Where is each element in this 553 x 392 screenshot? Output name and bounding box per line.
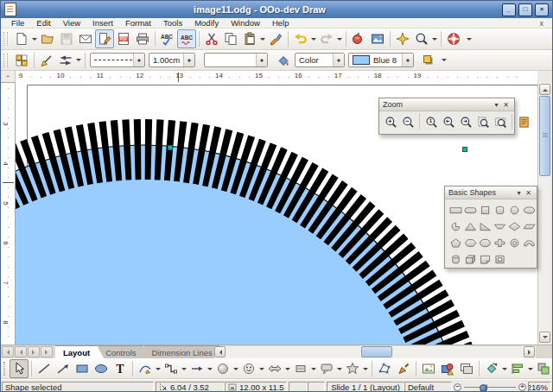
clone-formatting-icon[interactable] — [266, 29, 285, 48]
basic-shapes-tool-icon[interactable] — [213, 359, 232, 378]
horizontal-scrollbar[interactable] — [214, 346, 536, 358]
toolbar-grip[interactable] — [3, 32, 8, 46]
shadow-icon[interactable] — [419, 51, 438, 70]
scroll-left-icon[interactable] — [214, 346, 226, 357]
line-color-select[interactable] — [204, 53, 268, 67]
selection-handle[interactable] — [463, 148, 467, 152]
shape-ellipse[interactable] — [522, 202, 537, 218]
basic-shapes-dropdown[interactable] — [232, 360, 239, 377]
last-page-icon[interactable] — [41, 346, 53, 357]
fill-color-select[interactable]: Blue 8 — [348, 53, 414, 67]
menu-window[interactable]: Window — [225, 18, 266, 28]
flowchart-tool-icon[interactable] — [291, 359, 310, 378]
save-icon[interactable] — [57, 29, 76, 48]
menu-edit[interactable]: Edit — [30, 18, 56, 28]
menu-help[interactable]: Help — [266, 18, 296, 28]
scroll-down-icon[interactable] — [539, 332, 550, 343]
navigator-icon[interactable] — [393, 29, 412, 48]
line-width-input[interactable]: 1.00cm — [149, 53, 195, 67]
scroll-up-icon[interactable] — [539, 84, 550, 95]
toolbar-grip[interactable] — [3, 362, 5, 376]
palette-close-icon[interactable]: ✕ — [501, 101, 511, 109]
menu-insert[interactable]: Insert — [86, 18, 119, 28]
minimize-button[interactable]: _ — [502, 3, 516, 16]
palette-menu-icon[interactable]: ▾ — [492, 101, 501, 109]
area-dialog-icon[interactable] — [274, 51, 293, 70]
shape-block-arc[interactable] — [522, 235, 537, 251]
stars-dropdown[interactable] — [362, 360, 369, 377]
menu-file[interactable]: File — [5, 18, 30, 28]
picture-icon[interactable] — [368, 29, 387, 48]
shape-circle-pie[interactable] — [448, 218, 463, 235]
shape-folded-corner[interactable] — [478, 251, 493, 268]
shape-isosceles-triangle[interactable] — [463, 218, 478, 235]
menu-modify[interactable]: Modify — [188, 18, 225, 28]
insert-frame-icon[interactable] — [457, 359, 476, 378]
line-tool-icon[interactable] — [35, 359, 54, 378]
shape-cube[interactable] — [463, 251, 478, 268]
cut-icon[interactable] — [202, 29, 221, 48]
shape-cylinder[interactable] — [448, 251, 463, 268]
callouts-tool-icon[interactable] — [317, 359, 336, 378]
menu-format[interactable]: Format — [119, 18, 157, 28]
tab-controls[interactable]: Controls — [98, 345, 149, 358]
shape-hexagon[interactable] — [463, 235, 478, 251]
previous-page-icon[interactable] — [15, 346, 27, 357]
symbol-shapes-dropdown[interactable] — [258, 360, 265, 377]
edit-points-icon[interactable] — [375, 359, 394, 378]
basic-shapes-palette-titlebar[interactable]: Basic Shapes ▾ ✕ — [445, 187, 537, 199]
rotate-tool-icon[interactable] — [482, 359, 501, 378]
shape-right-triangle[interactable] — [478, 218, 493, 235]
connector-tool-icon[interactable] — [162, 359, 181, 378]
document-close-icon[interactable]: x — [540, 19, 544, 28]
zoom-page-width-icon[interactable] — [492, 113, 509, 130]
undo-dropdown[interactable] — [310, 30, 317, 47]
redo-dropdown[interactable] — [336, 30, 343, 47]
toolbar-overflow[interactable] — [465, 30, 474, 47]
zoom-in-icon[interactable] — [382, 113, 399, 130]
selection-handle[interactable] — [168, 146, 173, 150]
zoom-out-button[interactable]: − — [454, 383, 461, 391]
palette-menu-icon[interactable]: ▾ — [514, 189, 524, 197]
glue-points-icon[interactable] — [394, 359, 413, 378]
open-icon[interactable] — [38, 29, 57, 48]
curve-dropdown[interactable] — [155, 360, 162, 377]
toolbar-overflow[interactable] — [440, 52, 448, 69]
zoom-in-button[interactable]: + — [518, 383, 526, 391]
shape-frame[interactable] — [493, 251, 507, 268]
menu-tools[interactable]: Tools — [157, 18, 188, 28]
edit-file-icon[interactable] — [95, 29, 114, 48]
paste-icon[interactable] — [240, 29, 259, 48]
lines-arrows-tool-icon[interactable] — [188, 359, 207, 378]
spellcheck-icon[interactable]: ABC — [158, 29, 177, 48]
zoom-previous-icon[interactable] — [440, 113, 457, 130]
email-icon[interactable] — [76, 29, 95, 48]
shape-cross[interactable] — [493, 235, 507, 251]
arrange-tool-icon[interactable] — [534, 359, 553, 378]
paste-dropdown[interactable] — [259, 30, 266, 47]
menu-view[interactable]: View — [57, 18, 86, 28]
zoom-100-icon[interactable]: 1 — [423, 113, 440, 130]
block-arrows-dropdown[interactable] — [284, 360, 291, 377]
line-style-select[interactable] — [90, 53, 145, 67]
first-page-icon[interactable] — [2, 346, 14, 357]
insert-picture-icon[interactable] — [419, 359, 438, 378]
text-tool-icon[interactable]: T — [111, 359, 130, 378]
connector-dropdown[interactable] — [181, 360, 188, 377]
callouts-dropdown[interactable] — [336, 360, 343, 377]
flowchart-dropdown[interactable] — [310, 360, 317, 377]
zoom-slider[interactable]: − + — [454, 382, 526, 392]
stars-tool-icon[interactable] — [343, 359, 362, 378]
shape-octagon[interactable] — [478, 235, 493, 251]
new-document-icon[interactable] — [12, 29, 31, 48]
copy-icon[interactable] — [221, 29, 240, 48]
zoom-dropdown[interactable] — [431, 30, 438, 47]
toolbar-grip[interactable] — [3, 54, 8, 67]
new-document-dropdown[interactable] — [31, 30, 38, 47]
zoom-next-icon[interactable] — [457, 113, 474, 130]
arrow-style-icon[interactable] — [56, 51, 75, 70]
close-button[interactable]: × — [535, 3, 549, 16]
shape-diamond[interactable] — [507, 218, 522, 235]
shape-regular-pentagon[interactable] — [448, 235, 463, 251]
shape-square-rounded[interactable] — [493, 202, 507, 218]
